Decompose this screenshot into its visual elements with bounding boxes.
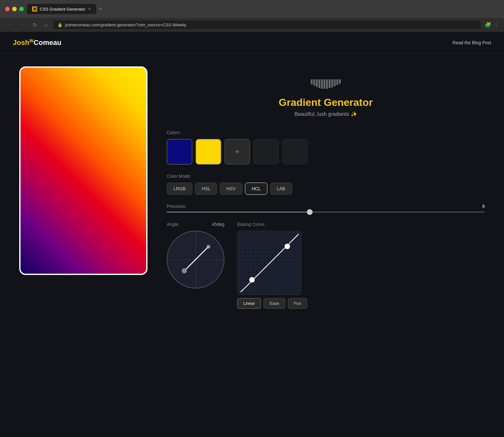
slider-track [167,211,485,213]
bar-8 [329,79,331,88]
tab-label: CSS Gradient Generator [40,7,85,12]
main-content: Gradient Generator Beautiful, lush gradi… [0,54,504,342]
browser-titlebar: ⬛ CSS Gradient Generator ✕ + [0,0,504,18]
controls-panel: Gradient Generator Beautiful, lush gradi… [167,66,485,330]
add-color-button[interactable]: + [224,139,250,165]
app-container: JoshWComeau Read the Blog Post [0,32,504,437]
svg-point-2 [206,245,210,249]
bar-3 [316,79,318,87]
easing-btn-linear[interactable]: Linear [237,298,261,309]
app-header: JoshWComeau Read the Blog Post [0,32,504,54]
color-swatch-empty-1 [253,139,279,165]
easing-label: Easing Curve: [237,222,485,227]
menu-icon[interactable]: ⋮ [494,22,499,28]
logo: JoshWComeau [13,38,61,47]
bar-5 [321,79,323,89]
logo-josh: Josh [13,39,29,47]
bar-7 [326,79,328,89]
colors-section: Colors: + [167,130,485,165]
tab-close-icon[interactable]: ✕ [88,7,91,11]
precision-row: Precision: 8 [167,204,485,209]
mode-btn-hsl[interactable]: HSL [195,183,217,195]
slider-thumb[interactable] [307,209,313,215]
bar-2 [313,79,315,86]
easing-section: Easing Curve: [237,222,485,309]
colors-label: Colors: [167,130,485,135]
bar-1 [311,79,313,84]
logo-comeau: Comeau [34,39,62,47]
gradient-box [21,68,146,274]
gradient-preview-container [19,66,147,330]
minimize-button[interactable] [12,7,17,11]
angle-label-row: Angle: 45deg [167,222,224,227]
new-tab-button[interactable]: + [97,4,104,14]
mode-btn-hcl[interactable]: HCL [245,183,267,195]
svg-line-0 [184,247,208,271]
bar-4 [318,79,320,88]
bar-10 [334,79,336,86]
close-button[interactable] [5,7,10,11]
back-button[interactable]: ← [5,21,14,29]
svg-point-4 [284,244,290,249]
mode-btn-hsv[interactable]: HSV [220,183,242,195]
browser-actions: 🧩 ⋮ [485,22,499,28]
bar-11 [336,79,338,85]
page-title: Gradient Generator [167,97,485,108]
precision-value: 8 [482,204,485,209]
page-subtitle: Beautiful, lush gradients ✨ [167,111,485,117]
logo-w: W [29,38,33,43]
browser-tabs: ⬛ CSS Gradient Generator ✕ + [27,4,499,14]
browser-nav: ← → ↻ ⌂ 🔒 joshwcomeau.com/gradient-gener… [0,18,504,32]
address-bar[interactable]: 🔒 joshwcomeau.com/gradient-generator/?ut… [54,21,481,29]
forward-button[interactable]: → [18,21,27,29]
dial-svg [167,231,224,288]
bar-12 [339,79,341,84]
color-swatch-empty-2 [282,139,308,165]
refresh-button[interactable]: ↻ [31,21,39,29]
home-button[interactable]: ⌂ [43,21,50,29]
blog-link[interactable]: Read the Blog Post [452,40,491,45]
easing-buttons: Linear Ease Fun [237,298,485,309]
color-mode-buttons: LRGB HSL HSV HCL LAB [167,183,485,195]
easing-btn-fun[interactable]: Fun [288,298,307,309]
traffic-lights [5,7,24,11]
gradient-preview [19,66,147,275]
active-tab[interactable]: ⬛ CSS Gradient Generator ✕ [27,4,96,14]
slider-fill [167,211,310,213]
angle-label: Angle: [167,222,180,227]
easing-svg [238,231,301,295]
color-mode-section: Color Mode: LRGB HSL HSV HCL LAB [167,174,485,195]
color-swatches: + [167,139,485,165]
mode-btn-lab[interactable]: LAB [270,183,292,195]
bar-9 [331,79,333,88]
angle-section: Angle: 45deg [167,222,224,309]
precision-slider[interactable] [167,211,485,213]
tab-favicon: ⬛ [32,6,37,12]
mode-btn-lrgb[interactable]: LRGB [167,183,192,195]
gradient-bars-icon [167,79,485,89]
easing-curve-box[interactable] [237,231,301,295]
controls-header: Gradient Generator Beautiful, lush gradi… [167,79,485,117]
url-text: joshwcomeau.com/gradient-generator/?utm_… [65,22,186,27]
bar-6 [323,79,325,89]
color-mode-label: Color Mode: [167,174,485,179]
svg-line-3 [241,234,298,292]
color-swatch-2[interactable] [196,139,221,165]
maximize-button[interactable] [19,7,24,11]
svg-point-1 [182,268,187,273]
precision-section: Precision: 8 [167,204,485,213]
extensions-icon[interactable]: 🧩 [485,22,491,28]
angle-easing-row: Angle: 45deg [167,222,485,309]
precision-label: Precision: [167,204,186,209]
easing-btn-ease[interactable]: Ease [264,298,285,309]
angle-dial[interactable] [167,231,224,288]
svg-point-5 [249,277,255,283]
angle-value: 45deg [212,222,224,227]
color-swatch-1[interactable] [167,139,192,165]
